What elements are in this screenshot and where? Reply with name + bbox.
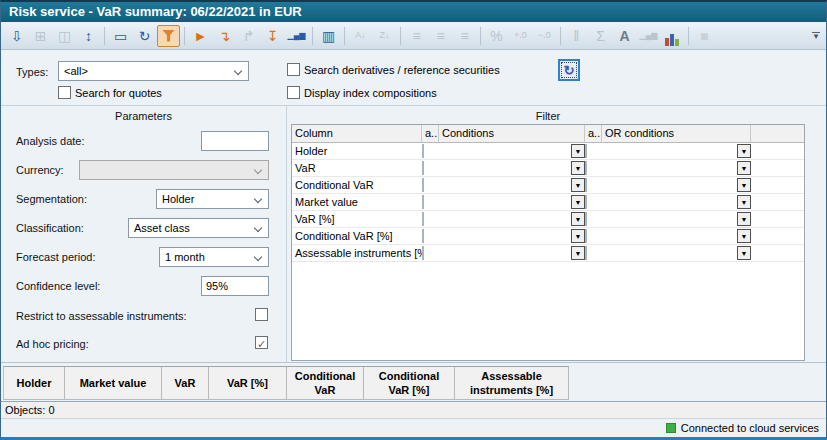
remove-decimal-icon: −.0 <box>533 25 556 47</box>
and-checkbox[interactable] <box>422 212 424 226</box>
filter-header-and[interactable]: a.. <box>422 125 439 142</box>
insert-columns-icon[interactable]: ▥ <box>317 25 340 47</box>
filter-icon[interactable] <box>157 25 180 47</box>
conditions-cell[interactable]: ▼ <box>439 194 585 210</box>
results-table-header: Holder Market value VaR VaR [%] Conditio… <box>3 366 569 400</box>
drill-down-icon[interactable]: ↴ <box>213 25 236 47</box>
conditions-dropdown-button[interactable]: ▼ <box>571 246 585 260</box>
or-conditions-dropdown-button[interactable]: ▼ <box>737 178 751 192</box>
forecast-period-select[interactable]: 1 month <box>159 247 269 267</box>
filter-header-conditions[interactable]: Conditions <box>439 125 585 142</box>
or-checkbox[interactable] <box>585 161 587 175</box>
confidence-level-input[interactable]: 95% <box>201 276 269 296</box>
filter-row-label[interactable]: Conditional VaR <box>292 179 422 191</box>
fit-height-icon[interactable]: ↕ <box>77 25 100 47</box>
results-column-var[interactable]: VaR <box>162 367 209 399</box>
or-conditions-cell[interactable]: ▼ <box>602 177 751 193</box>
parameters-title: Parameters <box>1 110 286 122</box>
conditions-cell[interactable]: ▼ <box>439 245 585 261</box>
and-checkbox[interactable] <box>422 161 424 175</box>
font-icon[interactable]: A <box>613 25 636 47</box>
types-select[interactable]: <all> <box>58 61 249 81</box>
filter-header-and2[interactable]: a.. <box>585 125 602 142</box>
or-conditions-cell[interactable]: ▼ <box>602 143 751 159</box>
or-conditions-dropdown-button[interactable]: ▼ <box>737 144 751 158</box>
or-conditions-dropdown-button[interactable]: ▼ <box>737 195 751 209</box>
or-conditions-dropdown-button[interactable]: ▼ <box>737 246 751 260</box>
filter-row-label[interactable]: Market value <box>292 196 422 208</box>
new-range-icon[interactable]: ▭ <box>109 25 132 47</box>
or-checkbox[interactable] <box>585 212 587 226</box>
results-column-assessable[interactable]: Assessable instruments [%] <box>455 367 569 399</box>
results-column-market-value[interactable]: Market value <box>65 367 162 399</box>
or-conditions-dropdown-button[interactable]: ▼ <box>737 229 751 243</box>
chart-adjust-icon[interactable]: ▁▄▆ <box>285 25 308 47</box>
search-derivatives-checkbox[interactable] <box>287 63 300 76</box>
and-checkbox[interactable] <box>422 195 424 209</box>
filter-row: Market value▼▼ <box>292 194 804 211</box>
display-index-checkbox[interactable] <box>287 86 300 99</box>
chevron-down-icon <box>254 253 262 261</box>
conditions-cell[interactable]: ▼ <box>439 228 585 244</box>
and-checkbox[interactable] <box>422 229 424 243</box>
or-checkbox[interactable] <box>585 246 587 260</box>
and-checkbox[interactable] <box>422 178 424 192</box>
conditions-dropdown-button[interactable]: ▼ <box>571 161 585 175</box>
or-conditions-cell[interactable]: ▼ <box>602 160 751 176</box>
results-column-holder[interactable]: Holder <box>4 367 65 399</box>
or-conditions-cell[interactable]: ▼ <box>602 245 751 261</box>
forecast-period-label: Forecast period: <box>16 251 95 263</box>
restrict-checkbox[interactable] <box>255 308 268 321</box>
or-conditions-cell[interactable]: ▼ <box>602 228 751 244</box>
conditions-cell[interactable]: ▼ <box>439 211 585 227</box>
import-icon[interactable]: ⇩ <box>5 25 28 47</box>
conditions-dropdown-button[interactable]: ▼ <box>571 195 585 209</box>
currency-select <box>79 160 269 180</box>
filter-row-label[interactable]: Conditional VaR [%] <box>292 230 422 242</box>
segmentation-select[interactable]: Holder <box>156 189 269 209</box>
or-conditions-cell[interactable]: ▼ <box>602 194 751 210</box>
conditions-dropdown-button[interactable]: ▼ <box>571 144 585 158</box>
restrict-label: Restrict to assessable instruments: <box>16 310 187 322</box>
chart-color-icon[interactable] <box>661 25 684 47</box>
filter-row-label[interactable]: VaR <box>292 162 422 174</box>
filter-header-or-conditions[interactable]: OR conditions <box>602 125 751 142</box>
refresh-icon[interactable]: ↻ <box>133 25 156 47</box>
conditions-cell[interactable]: ▼ <box>439 143 585 159</box>
aggregate-icon[interactable]: ↧ <box>261 25 284 47</box>
toolbar-overflow-button[interactable]: ▾ <box>809 27 823 45</box>
results-column-conditional-var[interactable]: Conditional VaR <box>287 367 364 399</box>
conditions-cell[interactable]: ▼ <box>439 160 585 176</box>
display-index-checkbox-row[interactable]: Display index compositions <box>287 86 437 99</box>
filter-row-label[interactable]: Holder <box>292 145 422 157</box>
conditions-dropdown-button[interactable]: ▼ <box>571 178 585 192</box>
and-checkbox[interactable] <box>422 144 424 158</box>
conditions-dropdown-button[interactable]: ▼ <box>571 212 585 226</box>
or-checkbox[interactable] <box>585 144 587 158</box>
or-conditions-cell[interactable]: ▼ <box>602 211 751 227</box>
and-checkbox[interactable] <box>422 246 424 260</box>
splitter[interactable] <box>1 362 826 363</box>
filter-row-label[interactable]: Assessable instruments [%] <box>292 247 422 259</box>
conditions-dropdown-button[interactable]: ▼ <box>571 229 585 243</box>
search-quotes-checkbox-row[interactable]: Search for quotes <box>58 86 162 99</box>
classification-select[interactable]: Asset class <box>128 218 269 238</box>
search-quotes-label: Search for quotes <box>75 87 162 99</box>
search-derivatives-checkbox-row[interactable]: Search derivatives / reference securitie… <box>287 63 500 76</box>
conditions-cell[interactable]: ▼ <box>439 177 585 193</box>
refresh-button[interactable]: ↻ <box>558 59 580 81</box>
analysis-date-input[interactable] <box>201 131 269 151</box>
chart-bar-glyph <box>670 34 674 46</box>
step-into-icon[interactable]: ► <box>189 25 212 47</box>
search-quotes-checkbox[interactable] <box>58 86 71 99</box>
results-column-var-pct[interactable]: VaR [%] <box>209 367 287 399</box>
or-checkbox[interactable] <box>585 178 587 192</box>
adhoc-pricing-checkbox[interactable] <box>255 336 268 349</box>
or-conditions-dropdown-button[interactable]: ▼ <box>737 212 751 226</box>
filter-header-column[interactable]: Column <box>292 125 422 142</box>
or-checkbox[interactable] <box>585 229 587 243</box>
or-conditions-dropdown-button[interactable]: ▼ <box>737 161 751 175</box>
filter-row-label[interactable]: VaR [%] <box>292 213 422 225</box>
results-column-conditional-var-pct[interactable]: Conditional VaR [%] <box>364 367 455 399</box>
or-checkbox[interactable] <box>585 195 587 209</box>
